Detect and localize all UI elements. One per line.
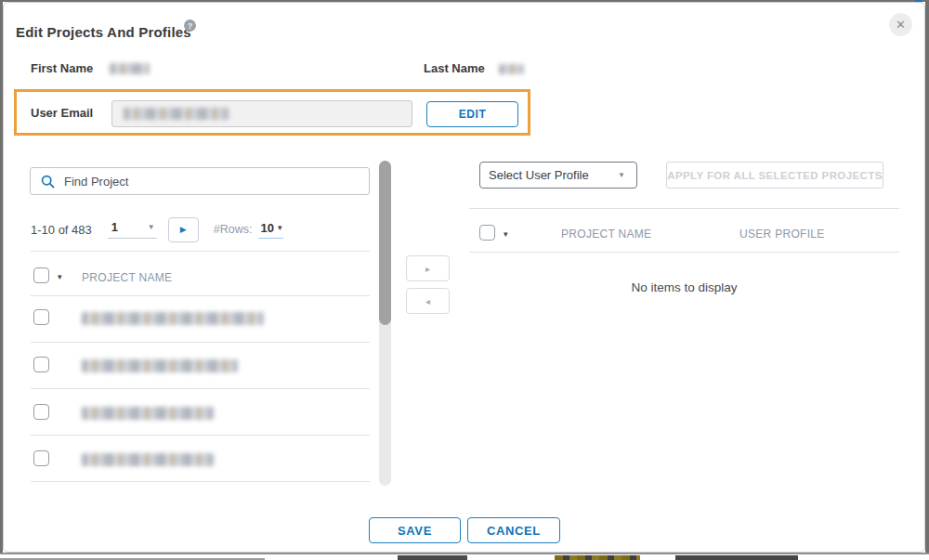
user-email-label: User Email bbox=[31, 106, 93, 120]
chevron-down-icon: ▾ bbox=[278, 224, 282, 232]
find-project-search[interactable] bbox=[30, 167, 370, 195]
first-name-value-redacted bbox=[110, 63, 150, 74]
user-profile-column-header: USER PROFILE bbox=[739, 228, 825, 241]
rows-per-page-label: #Rows: bbox=[214, 223, 253, 236]
select-all-projects-checkbox[interactable] bbox=[33, 267, 49, 283]
next-page-icon: ▶ bbox=[180, 225, 187, 234]
project-row-checkbox[interactable] bbox=[33, 450, 49, 466]
background-page-fragment bbox=[398, 555, 467, 560]
page-number-value: 1 bbox=[111, 220, 118, 234]
cancel-button[interactable]: CANCEL bbox=[467, 517, 560, 543]
divider bbox=[31, 435, 370, 436]
pagination-range: 1-10 of 483 bbox=[31, 223, 92, 237]
user-email-value-redacted bbox=[124, 108, 229, 120]
screen: Edit Projects And Profiles ? ✕ First Nam… bbox=[0, 0, 929, 560]
move-right-button[interactable]: ▸ bbox=[406, 255, 450, 281]
user-profile-dropdown[interactable]: Select User Profile ▼ bbox=[479, 162, 637, 189]
dialog-title: Edit Projects And Profiles bbox=[16, 24, 191, 40]
project-row-checkbox[interactable] bbox=[33, 309, 49, 325]
empty-list-message: No items to display bbox=[469, 280, 899, 294]
search-input[interactable] bbox=[62, 174, 369, 189]
chevron-down-icon: ▼ bbox=[148, 224, 155, 231]
help-icon[interactable]: ? bbox=[184, 20, 196, 32]
edit-email-button[interactable]: EDIT bbox=[426, 101, 518, 127]
page-number-select[interactable]: 1 ▼ bbox=[108, 220, 157, 239]
user-profile-dropdown-value: Select User Profile bbox=[489, 168, 589, 182]
divider bbox=[31, 295, 370, 296]
project-name-column-header: PROJECT NAME bbox=[561, 228, 651, 241]
divider bbox=[469, 252, 899, 253]
last-name-value-redacted bbox=[499, 64, 524, 74]
apply-for-all-selected-projects-button[interactable]: APPLY FOR ALL SELECTED PROJECTS bbox=[666, 162, 883, 189]
divider bbox=[31, 388, 370, 389]
move-left-button[interactable]: ◂ bbox=[406, 288, 450, 314]
close-icon[interactable]: ✕ bbox=[889, 13, 912, 36]
project-name-redacted bbox=[82, 359, 238, 372]
project-name-redacted bbox=[82, 312, 264, 325]
search-icon bbox=[41, 175, 55, 189]
first-name-label: First Name bbox=[31, 61, 93, 75]
project-name-redacted bbox=[82, 453, 214, 466]
divider bbox=[31, 251, 370, 252]
select-all-assigned-checkbox[interactable] bbox=[479, 225, 495, 241]
window-frame-right bbox=[925, 0, 929, 553]
divider bbox=[469, 208, 899, 209]
divider bbox=[31, 481, 370, 482]
rows-per-page-select[interactable]: 10 ▾ bbox=[258, 221, 283, 239]
background-page-fragment bbox=[675, 555, 798, 560]
rows-per-page-value: 10 bbox=[260, 221, 273, 235]
arrow-right-icon: ▸ bbox=[425, 264, 430, 274]
list-scrollbar-thumb[interactable] bbox=[379, 161, 391, 325]
project-name-redacted bbox=[82, 407, 214, 420]
last-name-label: Last Name bbox=[424, 61, 485, 75]
project-row-checkbox[interactable] bbox=[33, 404, 49, 420]
window-frame-bottom bbox=[0, 553, 929, 554]
next-page-button[interactable]: ▶ bbox=[168, 217, 199, 242]
pagination-bar: 1-10 of 483 1 ▼ ▶ #Rows: 10 ▾ bbox=[31, 217, 283, 241]
divider bbox=[31, 342, 370, 343]
chevron-down-icon: ▼ bbox=[618, 172, 625, 179]
background-page-fragment bbox=[555, 555, 640, 560]
select-menu-caret-icon[interactable]: ▾ bbox=[504, 230, 508, 239]
project-name-column-header: PROJECT NAME bbox=[82, 271, 172, 284]
project-row-checkbox[interactable] bbox=[33, 357, 49, 372]
save-button[interactable]: SAVE bbox=[369, 517, 461, 543]
arrow-left-icon: ◂ bbox=[425, 296, 430, 306]
select-menu-caret-icon[interactable]: ▾ bbox=[58, 273, 62, 281]
